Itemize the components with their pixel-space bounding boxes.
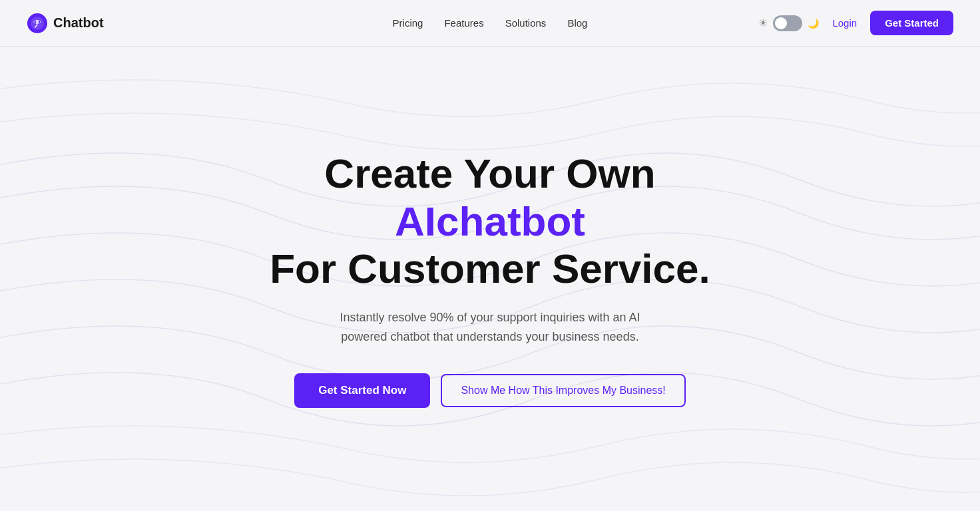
nav-links: Pricing Features Solutions Blog: [393, 17, 588, 29]
toggle-knob: [775, 17, 787, 29]
theme-toggle-area: ☀ 🌙: [758, 15, 819, 31]
hero-title-highlight: AIchatbot: [395, 198, 585, 244]
hero-title-suffix: For Customer Service.: [270, 246, 710, 291]
cta-primary-button[interactable]: Get Started Now: [294, 373, 430, 408]
moon-icon: 🌙: [808, 18, 819, 29]
navbar: Chatbot Pricing Features Solutions Blog …: [0, 0, 980, 47]
nav-features[interactable]: Features: [444, 17, 483, 29]
logo-text: Chatbot: [53, 15, 104, 31]
nav-right: ☀ 🌙 Login Get Started: [758, 11, 953, 35]
nav-solutions[interactable]: Solutions: [505, 17, 547, 29]
cta-secondary-button[interactable]: Show Me How This Improves My Business!: [441, 374, 685, 407]
chatbot-logo-icon: [27, 13, 48, 34]
theme-toggle[interactable]: [773, 15, 802, 31]
logo[interactable]: Chatbot: [27, 13, 104, 34]
hero-subtitle: Instantly resolve 90% of your support in…: [330, 308, 650, 347]
hero-title: Create Your Own AIchatbot For Customer S…: [257, 150, 723, 292]
nav-pricing[interactable]: Pricing: [393, 17, 423, 29]
login-link[interactable]: Login: [832, 17, 857, 29]
nav-get-started-button[interactable]: Get Started: [870, 11, 953, 35]
hero-section: Create Your Own AIchatbot For Customer S…: [0, 47, 980, 511]
sun-icon: ☀: [758, 17, 768, 29]
svg-point-2: [35, 21, 37, 23]
hero-content: Create Your Own AIchatbot For Customer S…: [257, 150, 723, 407]
nav-blog[interactable]: Blog: [567, 17, 587, 29]
hero-title-prefix: Create Your Own: [324, 150, 655, 196]
svg-point-3: [39, 21, 41, 23]
cta-buttons: Get Started Now Show Me How This Improve…: [257, 373, 723, 408]
